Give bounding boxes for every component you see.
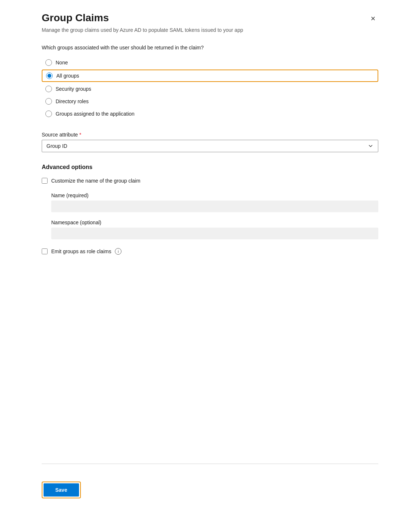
close-button[interactable]: × — [368, 13, 378, 24]
save-button-wrapper: Save — [42, 482, 81, 498]
customize-name-label: Customize the name of the group claim — [51, 178, 140, 184]
panel-subtitle: Manage the group claims used by Azure AD… — [42, 27, 378, 33]
namespace-field-group: Namespace (optional) — [51, 220, 378, 239]
radio-security-groups-label: Security groups — [56, 86, 91, 92]
radio-directory-roles-input[interactable] — [45, 98, 52, 105]
panel-title: Group Claims — [42, 12, 109, 24]
required-star: * — [79, 132, 81, 138]
panel-header: Group Claims × — [42, 12, 378, 24]
radio-all-groups[interactable]: All groups — [42, 70, 378, 82]
customize-name-checkbox-item[interactable]: Customize the name of the group claim — [42, 178, 378, 184]
emit-groups-checkbox[interactable] — [42, 248, 48, 254]
footer-divider — [42, 464, 378, 464]
namespace-field-input[interactable] — [51, 228, 378, 239]
source-attr-label-text: Source attribute — [42, 132, 78, 138]
emit-groups-label: Emit groups as role claims — [51, 248, 111, 254]
source-attribute-section: Source attribute * Group ID sAMAccountNa… — [42, 132, 378, 152]
advanced-options-title: Advanced options — [42, 164, 378, 171]
radio-all-groups-label: All groups — [56, 73, 79, 79]
group-claims-panel: Group Claims × Manage the group claims u… — [27, 0, 393, 513]
radio-section-question: Which groups associated with the user sh… — [42, 45, 378, 50]
emit-groups-checkbox-item[interactable]: Emit groups as role claims i — [42, 248, 378, 255]
customize-name-checkbox[interactable] — [42, 178, 48, 184]
name-field-label: Name (required) — [51, 192, 378, 198]
source-attr-select-wrapper: Group ID sAMAccountName NetbiosDomain\sA… — [42, 140, 378, 152]
name-field-group: Name (required) — [51, 192, 378, 212]
radio-groups-assigned-input[interactable] — [45, 111, 52, 117]
namespace-field-label: Namespace (optional) — [51, 220, 378, 225]
source-attr-select[interactable]: Group ID sAMAccountName NetbiosDomain\sA… — [42, 140, 378, 152]
radio-groups-assigned-label: Groups assigned to the application — [56, 111, 135, 117]
radio-group: None All groups Security groups Director… — [42, 56, 378, 120]
source-attr-label-row: Source attribute * — [42, 132, 378, 138]
radio-security-groups[interactable]: Security groups — [42, 83, 378, 95]
advanced-options-section: Advanced options Customize the name of t… — [42, 164, 378, 263]
name-field-input[interactable] — [51, 201, 378, 212]
radio-groups-assigned[interactable]: Groups assigned to the application — [42, 108, 378, 120]
indented-fields: Name (required) Namespace (optional) — [51, 192, 378, 239]
info-icon[interactable]: i — [115, 248, 121, 255]
footer-section: Save — [42, 473, 378, 498]
save-button[interactable]: Save — [44, 483, 79, 497]
radio-directory-roles[interactable]: Directory roles — [42, 95, 378, 108]
radio-all-groups-input[interactable] — [46, 72, 53, 79]
radio-security-groups-input[interactable] — [45, 86, 52, 92]
radio-none[interactable]: None — [42, 56, 378, 69]
radio-directory-roles-label: Directory roles — [56, 98, 89, 104]
radio-none-label: None — [56, 60, 68, 65]
radio-none-input[interactable] — [45, 59, 52, 66]
